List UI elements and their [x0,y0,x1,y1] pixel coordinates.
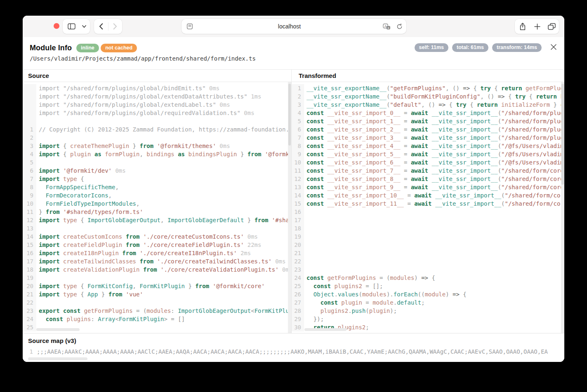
line-number: 5 [292,117,304,125]
line-number: 3 [23,142,36,150]
timing-badge: self: 11ms [415,43,448,52]
line-number [23,109,36,117]
line-number: 10 [292,158,304,167]
code-line: 3import { createThemePlugin } from '@for… [23,142,291,150]
line-number: 3 [292,101,304,109]
code-line: 7const __vite_ssr_import_3__ = await __v… [292,134,564,142]
code-line: 18import createValidationPlugin from './… [23,265,291,274]
transformed-code[interactable]: 1__vite_ssr_exportName__("getFormPlugins… [292,82,564,333]
code-line: import "/shared/form/plugins/global/requ… [23,109,291,117]
code-line: 19 [23,274,291,282]
code-line: 16import createI18nPlugin from './core/c… [23,249,291,257]
code-line: 10const __vite_ssr_import_6__ = await __… [292,158,564,167]
reader-icon[interactable] [182,19,198,34]
close-icon[interactable] [549,42,559,52]
status-badge: not cached [101,44,137,52]
code-line: 14const __vite_ssr_import_10__ = await _… [292,191,564,200]
tab-overview-icon[interactable] [544,19,559,34]
line-number: 16 [292,208,304,216]
code-line: 28 plugins2.push(plugin); [292,307,564,315]
line-number: 5 [23,158,36,167]
source-map-horizontal-scrollbar[interactable] [28,357,87,360]
code-line: import "/shared/form/plugins/global/exte… [23,101,291,109]
line-number: 6 [23,167,36,175]
code-line: 6import '@formkit/dev' 0ms [23,167,291,175]
code-line: 22 [292,257,564,265]
line-number: 7 [292,134,304,142]
source-panel-title: Source [23,70,291,82]
line-number: 10 [23,200,36,208]
code-line: 17import createTailwindClasses from './c… [23,257,291,265]
line-number: 2 [292,92,304,101]
line-number [23,84,36,92]
line-number: 20 [23,282,36,290]
code-line: 9const __vite_ssr_import_5__ = await __v… [292,150,564,158]
code-line: 16 [292,208,564,216]
source-map-mappings: ;;;AAEA;AAAkC;AAAA;AAAA;AAAA;AAClC;AAEA;… [33,347,564,356]
chevron-down-icon[interactable] [79,19,89,34]
sidebar-toggle-icon[interactable] [64,19,79,34]
url-text[interactable]: localhost [198,23,381,30]
address-bar[interactable]: localhost Aa [182,19,406,34]
line-number: 30 [292,323,304,331]
line-number: 26 [292,290,304,298]
new-tab-icon[interactable] [530,19,544,34]
code-line: 2__vite_ssr_exportName__("buildFormKitPl… [292,92,564,101]
transformed-panel-title: Transformed [292,70,564,82]
line-number: 11 [292,167,304,175]
line-number: 18 [292,224,304,232]
line-number: 13 [292,183,304,191]
browser-window: localhost Aa Module Info inline not cach… [23,16,564,362]
line-number: 15 [292,200,304,208]
code-line: 19 [292,232,564,241]
code-line: 4import { plugin as formPlugin, bindings… [23,150,291,158]
source-code[interactable]: import "/shared/form/plugins/global/bind… [23,82,291,333]
code-line: 5 [23,158,291,167]
line-number: 17 [292,216,304,224]
close-window-button[interactable] [54,23,59,29]
sidebar-toggle-group [63,19,90,34]
code-line: 15const __vite_ssr_import_11__ = await _… [292,200,564,208]
line-number: 21 [23,290,36,298]
code-line: 9 FormDecoratorIcons, [23,191,291,200]
line-number: 19 [23,274,36,282]
code-line: 1// Copyright (C) 2012-2025 Zammad Found… [23,125,291,134]
line-number: 12 [23,216,36,224]
line-number: 11 [23,208,36,216]
code-line: 29 }); [292,315,564,323]
back-button-icon[interactable] [94,19,108,34]
code-line: 1__vite_ssr_exportName__("getFormPlugins… [292,84,564,92]
line-number: 13 [23,224,36,232]
line-number: 21 [292,249,304,257]
line-number: 22 [23,298,36,307]
code-line: 8const __vite_ssr_import_4__ = await __v… [292,142,564,150]
share-icon[interactable] [515,19,530,34]
source-horizontal-scrollbar[interactable] [36,328,80,331]
panel-headers: Source Transformed [23,69,564,82]
transformed-horizontal-scrollbar[interactable] [304,328,347,331]
code-line: 12import type { ImportGlobEagerOutput, I… [23,216,291,224]
line-number: 19 [292,232,304,241]
line-number: 27 [292,298,304,307]
toolbar-right-group [515,19,559,34]
line-number: 20 [292,241,304,249]
forward-button-icon[interactable] [108,19,122,34]
line-number [23,101,36,109]
source-vertical-scrollbar[interactable] [288,82,291,333]
module-badges: inline not cached [76,44,137,52]
code-line: 4const __vite_ssr_import_0__ = await __v… [292,109,564,117]
line-number: 23 [23,307,36,315]
code-line [23,117,291,125]
code-line: import "/shared/form/plugins/global/bind… [23,84,291,92]
module-info-header: Module Info inline not cached /Users/vla… [23,37,564,69]
code-line: 6const __vite_ssr_import_2__ = await __v… [292,125,564,134]
code-line: 5const __vite_ssr_import_1__ = await __v… [292,117,564,125]
translate-icon[interactable]: Aa [381,19,392,34]
source-map-section: Source map (v3) 1 ;;;AAEA;AAAkC;AAAA;AAA… [23,333,564,362]
reload-icon[interactable] [392,19,406,34]
transformed-vertical-scrollbar[interactable] [561,82,564,333]
line-number: 1 [23,125,36,134]
code-line: 8 FormAppSpecificTheme, [23,183,291,191]
line-number: 16 [23,249,36,257]
line-number [23,117,36,125]
